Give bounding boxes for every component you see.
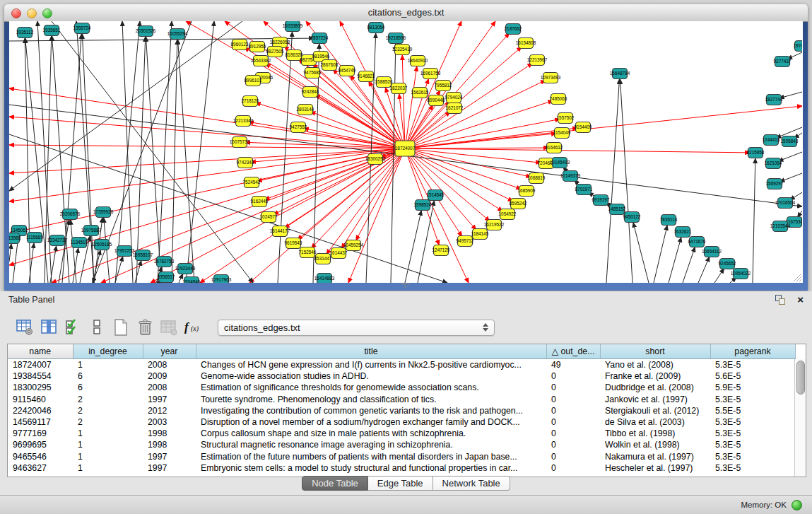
network-node[interactable]: 16154808 [516, 38, 536, 49]
network-node[interactable]: 18300295 [365, 154, 386, 165]
network-node[interactable]: 8791971 [575, 185, 593, 195]
table-row[interactable]: 946554611997Estimation of the future num… [8, 451, 795, 462]
network-node[interactable]: 16543382 [251, 56, 271, 66]
network-node[interactable]: 9450122 [623, 212, 641, 223]
table-row[interactable]: 911546021997Tourette syndrome. Phenomeno… [8, 394, 795, 405]
network-node[interactable]: 17359928 [93, 207, 114, 218]
network-node[interactable]: 8215958 [747, 148, 765, 158]
network-node[interactable]: 19218596 [386, 33, 406, 44]
network-window-titlebar[interactable]: citations_edges.txt [4, 4, 808, 22]
network-node[interactable]: 17957253 [114, 246, 135, 257]
deselect-all-icon[interactable] [86, 317, 107, 338]
network-node[interactable]: 12213967 [527, 55, 548, 66]
select-all-icon[interactable] [62, 317, 83, 338]
column-header-pagerank[interactable]: pagerank [710, 344, 795, 359]
network-node[interactable]: 9427552 [290, 122, 307, 133]
network-node[interactable]: 10149379 [560, 171, 581, 182]
scrollbar-thumb[interactable] [796, 361, 805, 395]
network-node[interactable]: 2867608 [321, 60, 339, 71]
table-row[interactable]: 1456911722003Disruption of a novel membe… [8, 416, 795, 428]
network-node[interactable]: 10973493 [541, 73, 561, 83]
network-node[interactable]: 8471676 [688, 237, 706, 247]
network-node[interactable]: 8960123 [231, 40, 249, 50]
network-node[interactable]: 1974893 [794, 41, 802, 52]
network-node[interactable]: 8996101 [245, 76, 262, 86]
network-node[interactable]: 12917903 [211, 275, 232, 284]
network-node[interactable]: 1621072 [446, 103, 464, 114]
network-node[interactable]: 20301526 [136, 26, 156, 37]
network-node[interactable]: 1621064 [765, 158, 782, 169]
network-node[interactable]: 1024577 [260, 212, 278, 223]
column-header-year[interactable]: year [143, 344, 196, 359]
network-node[interactable]: 10459254 [343, 240, 364, 251]
network-node[interactable]: 1115689 [26, 233, 43, 243]
network-node[interactable]: 8813054 [367, 23, 385, 33]
table-row[interactable]: 1872400712008Changes of HCN gene express… [8, 359, 795, 371]
tab-node-table[interactable]: Node Table [302, 476, 368, 491]
table-row[interactable]: 969969511998Structural magnetic resonanc… [8, 439, 795, 450]
network-node[interactable]: 16144177 [270, 226, 290, 237]
table-scrollbar[interactable] [794, 359, 806, 477]
network-node[interactable]: 20206576 [60, 209, 81, 220]
network-node[interactable]: 3913988 [9, 233, 21, 244]
network-node[interactable]: 8912955 [249, 42, 266, 52]
network-node[interactable]: 9164612 [546, 143, 563, 153]
network-node[interactable]: 9475685 [304, 68, 322, 78]
network-node[interactable]: 7857224 [311, 33, 329, 44]
network-node[interactable]: 9242844 [302, 87, 319, 98]
float-window-icon[interactable] [775, 294, 787, 305]
column-header-name[interactable]: name [8, 344, 73, 359]
network-node[interactable]: 12103544 [770, 221, 791, 232]
network-node[interactable]: 10975887 [81, 226, 102, 236]
network-node[interactable]: 8990448 [428, 95, 445, 106]
table-row[interactable]: 2242004622012Investigating the contribut… [8, 405, 795, 416]
network-node[interactable]: 1244413 [763, 135, 780, 146]
network-canvas[interactable]: 1872400789601238912955182260589827505165… [9, 21, 802, 283]
network-node[interactable]: 13342737 [47, 235, 68, 246]
network-node[interactable]: 16782753 [154, 257, 175, 267]
show-columns-icon[interactable] [38, 317, 59, 338]
network-node[interactable]: 1822037 [390, 83, 408, 94]
split-divider-handle[interactable] [400, 282, 410, 288]
network-node[interactable]: 1569297 [766, 179, 784, 189]
network-node[interactable]: 2187662 [505, 24, 522, 35]
network-node[interactable]: 1935651 [43, 25, 61, 36]
network-node[interactable]: 2803144 [297, 105, 314, 115]
network-node[interactable]: 9154409 [575, 122, 592, 133]
network-node[interactable]: 8595242 [510, 199, 527, 209]
network-node[interactable]: 7524542 [243, 177, 261, 188]
network-node[interactable]: 9619543 [285, 238, 302, 249]
network-node[interactable]: 1514545 [427, 190, 445, 201]
network-node[interactable]: 1154049 [553, 128, 571, 139]
network-node[interactable]: 12325419 [392, 45, 413, 55]
table-column-settings-icon[interactable] [14, 317, 35, 338]
network-node[interactable]: 1598524 [414, 200, 432, 211]
column-header-in-degree[interactable]: in_degree [73, 344, 143, 359]
network-node[interactable]: 7955812 [435, 81, 452, 91]
new-table-icon[interactable] [110, 317, 131, 338]
network-node[interactable]: 10075733 [230, 137, 250, 148]
column-header-out-de-[interactable]: △ out_de... [546, 344, 600, 359]
network-node[interactable]: 8454749 [339, 66, 356, 76]
network-node[interactable]: 1054922 [499, 209, 517, 220]
network-node[interactable]: 12505185 [92, 240, 112, 250]
network-node[interactable]: 9794024 [445, 93, 463, 103]
network-node[interactable]: 16033809 [283, 21, 303, 32]
table-selector-dropdown[interactable]: citations_edges.txt [218, 320, 495, 336]
network-node[interactable]: 10954022 [731, 269, 751, 279]
network-node[interactable]: 16648784 [610, 69, 630, 79]
network-node[interactable]: 2718120 [242, 96, 259, 107]
network-node[interactable]: 1685909 [518, 186, 536, 197]
table-row[interactable]: 1938455462009Genome-wide association stu… [8, 370, 795, 382]
network-node[interactable]: 1485152 [608, 204, 626, 215]
network-node[interactable]: 12213343 [233, 116, 254, 127]
delete-table-disabled-icon[interactable] [158, 317, 180, 338]
delete-table-icon[interactable] [134, 317, 155, 338]
network-node[interactable]: 16219522 [484, 220, 505, 230]
close-panel-icon[interactable]: × [797, 294, 804, 305]
network-node[interactable]: 1184145 [471, 229, 489, 240]
network-node[interactable]: 1562615 [411, 88, 429, 98]
network-node[interactable]: 1247129 [433, 245, 450, 256]
network-node[interactable]: 1068619 [528, 173, 546, 184]
tab-network-table[interactable]: Network Table [433, 476, 510, 491]
